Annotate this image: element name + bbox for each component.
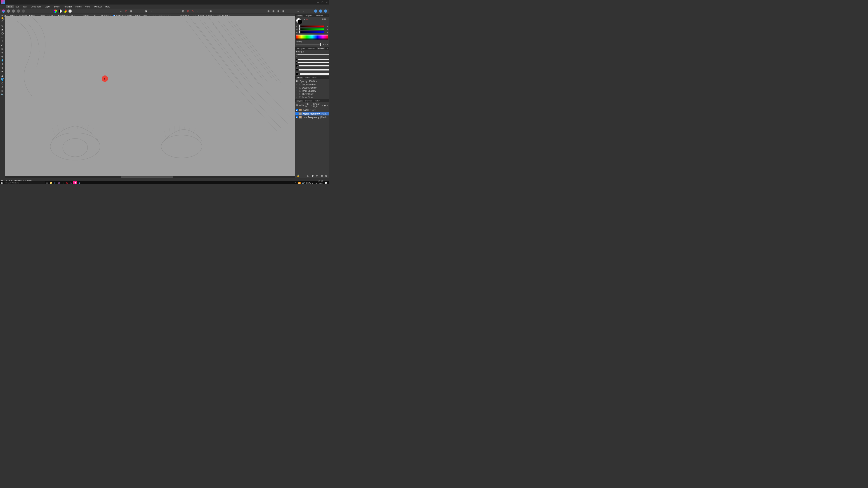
arrange-icon-1[interactable]: ▥ xyxy=(181,9,185,13)
clone-tool-icon[interactable]: ⊕ xyxy=(0,51,4,54)
tonemap-persona-icon[interactable] xyxy=(16,9,20,13)
gradient-tool-icon[interactable]: ◢ xyxy=(0,74,4,77)
menu-arrange[interactable]: Arrange xyxy=(62,5,74,8)
layer-low-frequency[interactable]: Low Frequency (Pixel) xyxy=(295,116,329,119)
brush-preset-4[interactable] xyxy=(295,61,329,64)
blend-mode-select[interactable]: Linear Light xyxy=(313,103,322,108)
canvas[interactable]: ▸ xyxy=(5,16,295,176)
layer-opacity-value[interactable]: 100 % xyxy=(305,103,310,108)
affinity-photo-icon[interactable]: ◆ xyxy=(73,181,77,184)
r-value[interactable]: 0 xyxy=(325,25,328,27)
arrange-icon-2[interactable]: ▥ xyxy=(186,9,190,13)
refine-icon[interactable]: ▦ xyxy=(129,9,133,13)
menu-file[interactable]: File xyxy=(6,5,13,8)
mesh-tool-icon[interactable]: ⊞ xyxy=(0,89,4,92)
opera-icon[interactable]: O xyxy=(65,181,69,184)
g-value[interactable]: 0 xyxy=(325,28,328,30)
task-view-icon[interactable]: ▭ xyxy=(45,181,49,184)
blur-tool-icon[interactable]: 💧 xyxy=(0,59,4,62)
background-color-icon[interactable] xyxy=(68,9,72,13)
tray-notifications-icon[interactable]: 💬 xyxy=(324,182,327,184)
color-chooser-icon[interactable] xyxy=(53,9,57,13)
layers-panel-menu-icon[interactable]: ≡ xyxy=(327,104,328,107)
effect-outer-glow[interactable]: ▸Outer Glow xyxy=(296,92,328,96)
tray-chevron-icon[interactable]: ⌃ xyxy=(295,182,297,184)
tab-transform[interactable]: Transform xyxy=(314,15,324,17)
effect-checkbox[interactable] xyxy=(299,87,301,89)
align-dropdown-icon[interactable]: ▾ xyxy=(301,9,305,13)
arrange-dropdown-icon[interactable]: ▾ xyxy=(196,9,200,13)
marquee-tool-icon[interactable]: ▭ xyxy=(0,35,4,39)
brushes-panel-menu-icon[interactable]: ≡ xyxy=(326,47,329,50)
layer-high-frequency[interactable]: High Frequency (Pixel) xyxy=(295,112,329,116)
menu-select[interactable]: Select xyxy=(52,5,62,8)
menu-document[interactable]: Document xyxy=(29,5,43,8)
brush-preset-3[interactable] xyxy=(295,58,329,61)
tab-stock[interactable]: Stock xyxy=(311,77,317,79)
snapping-dropdown-icon[interactable]: ▾ xyxy=(149,9,153,13)
effect-outer-shadow[interactable]: ▸Outer Shadow xyxy=(296,86,328,89)
menu-edit[interactable]: Edit xyxy=(13,5,21,8)
layer-visibility-checkbox[interactable] xyxy=(296,113,298,115)
align-icon[interactable]: ≡ xyxy=(296,9,300,13)
close-button[interactable]: ✕ xyxy=(324,0,329,4)
liquify-persona-icon[interactable] xyxy=(6,9,10,13)
tab-history[interactable]: History xyxy=(314,100,321,102)
tab-styles[interactable]: Styles xyxy=(304,77,311,79)
layer-visibility-checkbox[interactable] xyxy=(296,109,298,111)
shape-tool-icon[interactable]: ▢ xyxy=(0,82,4,85)
hand-tool-icon[interactable]: ✋ xyxy=(0,16,4,20)
tab-effects[interactable]: Effects xyxy=(296,77,303,79)
start-button[interactable]: ⊞ xyxy=(0,181,4,184)
tab-histogram[interactable]: Histogram xyxy=(296,47,306,50)
arr-4-icon[interactable]: ▦ xyxy=(281,9,285,13)
effect-checkbox[interactable] xyxy=(299,93,301,95)
brush-preset-1[interactable] xyxy=(295,53,329,56)
menu-layer[interactable]: Layer xyxy=(43,5,52,8)
tab-brushes[interactable]: Brushes xyxy=(317,47,325,50)
effect-checkbox[interactable] xyxy=(299,96,301,98)
swap-colors-icon[interactable] xyxy=(58,9,62,13)
paint-brush-tool-icon[interactable]: 🖌 xyxy=(0,43,4,46)
brush-preset-5[interactable] xyxy=(295,64,329,68)
no-color-icon[interactable]: ⊘ xyxy=(306,18,308,21)
arr-1-icon[interactable]: ▦ xyxy=(266,9,270,13)
develop-persona-icon[interactable] xyxy=(11,9,16,13)
layer-delete-icon[interactable]: 🗑 xyxy=(324,173,328,177)
color-mode-select[interactable]: RGB xyxy=(322,18,326,20)
minimize-button[interactable]: — xyxy=(315,0,320,4)
erase-tool-icon[interactable]: ◧ xyxy=(0,47,4,50)
foreground-color-icon[interactable] xyxy=(63,9,67,13)
maximize-button[interactable]: ☐ xyxy=(320,0,324,4)
onenote-icon[interactable]: N xyxy=(69,181,73,184)
tab-navigator[interactable]: Navigator xyxy=(304,15,313,17)
brush-preset-2[interactable] xyxy=(295,56,329,58)
effect-inner-shadow[interactable]: ▸Inner Shadow xyxy=(296,89,328,92)
account-icon-3[interactable] xyxy=(324,9,328,13)
menu-view[interactable]: View xyxy=(84,5,92,8)
horizontal-scrollbar[interactable] xyxy=(5,176,295,178)
menu-window[interactable]: Window xyxy=(92,5,103,8)
layer-protect-icon[interactable]: 🔒 xyxy=(296,173,300,177)
fill-opacity-value[interactable]: 100 % xyxy=(309,80,315,83)
selection-brush-tool-icon[interactable]: ◯ xyxy=(0,32,4,35)
account-icon-2[interactable] xyxy=(319,9,323,13)
menu-help[interactable]: Help xyxy=(103,5,112,8)
tab-channels[interactable]: Channels xyxy=(304,100,313,102)
tray-lang[interactable]: FRA xyxy=(306,182,311,184)
menu-text[interactable]: Text xyxy=(21,5,29,8)
tray-volume-icon[interactable]: 🔊 xyxy=(302,182,305,184)
effect-checkbox[interactable] xyxy=(299,90,301,92)
r-slider[interactable] xyxy=(299,26,324,27)
tab-colour[interactable]: Colour xyxy=(296,15,303,17)
crop-tool-icon[interactable]: ▣ xyxy=(0,28,4,31)
eyedropper-icon[interactable]: ✎ xyxy=(303,18,305,21)
primary-color-swatch[interactable] xyxy=(298,20,303,24)
zoom-tool-icon[interactable]: 🔍 xyxy=(0,93,4,96)
effect-checkbox[interactable] xyxy=(299,84,301,86)
fill-tool-icon[interactable]: 🪣 xyxy=(0,78,4,81)
layer-base[interactable]: BASE (Pixel) xyxy=(295,108,329,112)
tray-network-icon[interactable]: 📶 xyxy=(298,182,301,184)
tray-date[interactable]: 31/05/2017 xyxy=(312,183,323,184)
layer-lock-icon[interactable]: ◉ xyxy=(324,104,326,107)
